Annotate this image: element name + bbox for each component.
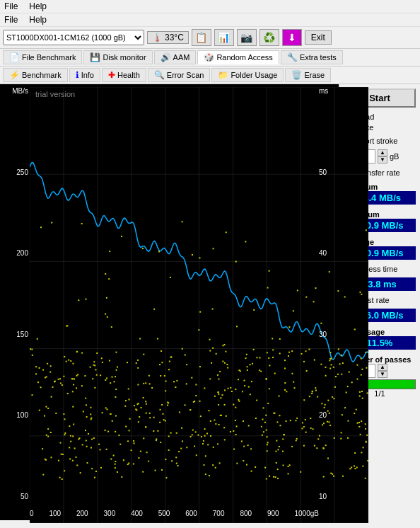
y-label-mbs: MB/s [12,87,28,95]
trial-version-text: trial version [35,90,75,98]
y-axis-right: ms 50 40 30 20 10 [317,84,339,500]
y-val-250: 250 [16,168,28,176]
x-600: 600 [185,510,197,517]
menu-help-2[interactable]: Help [29,15,47,25]
file-benchmark-icon: 📄 [9,52,20,62]
tab-folder-usage[interactable]: 📁 Folder Usage [211,68,284,82]
tab-extra-tests[interactable]: 🔧 Extra tests [281,50,343,64]
tab-info-label: Info [81,71,94,79]
tab-error-scan[interactable]: 🔍 Error Scan [148,68,211,82]
x-axis: 0 100 200 300 400 500 600 700 800 900 10… [30,510,319,517]
menu-help-1[interactable]: Help [29,1,47,11]
main-content: MB/s 250 200 150 100 50 ms 50 40 30 20 1… [0,84,420,520]
tab-error-scan-label: Error Scan [167,71,204,79]
x-800: 800 [240,510,252,517]
x-200: 200 [76,510,88,517]
tab-folder-usage-label: Folder Usage [231,71,277,79]
drive-select[interactable]: ST1000DX001-1CM162 (1000 gB) [3,30,144,45]
stroke-down-btn[interactable]: ▼ [378,156,387,163]
y-val-50: 50 [21,493,28,500]
tab-bar-2: ⚡ Benchmark ℹ Info ✚ Health 🔍 Error Scan… [0,67,420,84]
disk-monitor-icon: 💾 [90,52,100,62]
menubar-1: File Help [0,0,420,13]
ms-val-50: 50 [319,168,327,176]
ms-val-20: 20 [319,411,327,419]
toolbar-btn-1[interactable]: 📋 [192,29,211,46]
tab-random-access-label: Random Access [216,53,272,62]
x-1000: 1000gB [295,510,319,517]
y-label-ms: ms [319,87,328,95]
temperature-value: 33°C [165,33,184,42]
tab-info[interactable]: ℹ Info [69,68,100,82]
y-axis-left: MB/s 250 200 150 100 50 [0,84,30,500]
tab-file-benchmark[interactable]: 📄 File Benchmark [3,50,82,64]
tab-disk-monitor[interactable]: 💾 Disk monitor [83,50,152,64]
x-700: 700 [213,510,225,517]
health-icon: ✚ [108,70,115,80]
toolbar-btn-2[interactable]: 📊 [214,29,234,46]
toolbar: ST1000DX001-1CM162 (1000 gB) 🌡️ 33°C 📋 📊… [0,27,420,49]
passes-spinbox-btns: ▲ ▼ [378,364,387,378]
error-scan-icon: 🔍 [154,70,165,80]
tab-aam[interactable]: 🔊 AAM [154,50,197,64]
tab-extra-tests-label: Extra tests [300,53,337,62]
y-val-100: 100 [16,411,28,419]
ms-val-40: 40 [319,249,327,257]
y-val-200: 200 [16,249,28,257]
x-500: 500 [158,510,170,517]
ms-val-10: 10 [319,493,327,500]
tab-bar-1: 📄 File Benchmark 💾 Disk monitor 🔊 AAM 🎲 … [0,49,420,67]
exit-button[interactable]: Exit [305,30,332,45]
toolbar-btn-3[interactable]: 📷 [237,29,257,46]
folder-usage-icon: 📁 [218,70,228,80]
menu-file-2[interactable]: File [4,15,18,25]
tab-file-benchmark-label: File Benchmark [22,53,76,62]
tab-row-2: ⚡ Benchmark ℹ Info ✚ Health 🔍 Error Scan… [0,67,420,84]
tab-disk-monitor-label: Disk monitor [103,53,146,62]
random-access-icon: 🎲 [204,52,214,62]
menubar-2: File Help [0,13,420,27]
chart-wrapper: MB/s 250 200 150 100 50 ms 50 40 30 20 1… [0,84,339,520]
aam-icon: 🔊 [161,52,171,62]
benchmark-icon: ⚡ [9,70,20,80]
passes-down-btn[interactable]: ▼ [378,371,387,378]
stroke-unit: gB [390,152,399,161]
tab-aam-label: AAM [173,53,190,62]
toolbar-btn-5[interactable]: ⬇ [282,29,302,46]
x-0: 0 [30,510,34,517]
x-400: 400 [131,510,143,517]
temperature-badge: 🌡️ 33°C [147,31,189,44]
x-100: 100 [49,510,61,517]
toolbar-btn-4[interactable]: ♻️ [259,29,279,46]
tab-random-access[interactable]: 🎲 Random Access [197,50,279,64]
stroke-up-btn[interactable]: ▲ [378,149,387,156]
ms-val-30: 30 [319,331,327,338]
tab-benchmark[interactable]: ⚡ Benchmark [3,68,68,82]
tab-health[interactable]: ✚ Health [102,68,146,82]
x-900: 900 [267,510,279,517]
tab-erase-label: Erase [304,71,325,79]
x-300: 300 [104,510,116,517]
stroke-spinbox-btns: ▲ ▼ [378,149,387,163]
tab-benchmark-label: Benchmark [22,71,62,79]
info-icon: ℹ [76,70,79,80]
tab-row-1: 📄 File Benchmark 💾 Disk monitor 🔊 AAM 🎲 … [0,49,420,66]
tab-erase[interactable]: 🗑️ Erase [285,68,331,82]
menu-file-1[interactable]: File [4,1,18,11]
extra-tests-icon: 🔧 [287,52,298,62]
y-val-150: 150 [16,331,28,338]
passes-up-btn[interactable]: ▲ [378,364,387,371]
thermometer-icon: 🌡️ [152,33,163,42]
tab-health-label: Health [117,71,140,79]
erase-icon: 🗑️ [291,70,302,80]
